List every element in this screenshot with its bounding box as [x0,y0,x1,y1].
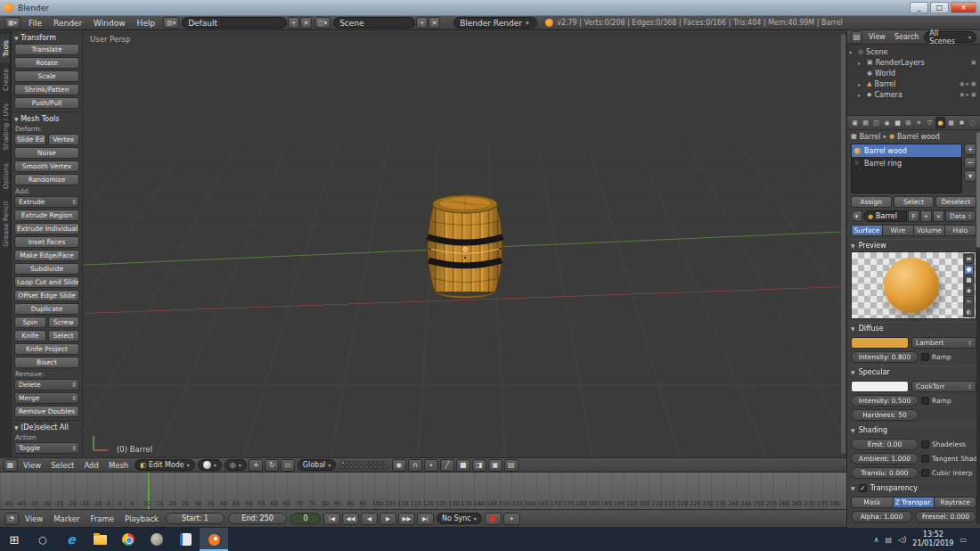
fake-user-button[interactable]: F [908,210,919,222]
outliner-row-renderlayers[interactable]: ▸ ▣ RenderLayers ▣ [858,57,978,68]
end-frame-field[interactable]: End: 250 [228,513,287,524]
expand-icon[interactable]: ▸ [858,92,864,98]
diffuse-ramp-checkbox[interactable]: Ramp [921,353,976,361]
barrel-model[interactable] [417,182,513,316]
material-type-button[interactable]: Volume [914,225,945,236]
preview-type-button[interactable]: ◐ [964,307,974,317]
timeline-region[interactable]: -45-40-35-30-25-20-15-10-505101520253035… [0,473,846,510]
shading-slider[interactable]: Emit: 0.00 [851,439,919,450]
properties-tab-icon[interactable]: ◉ [882,117,892,128]
next-keyframe-icon[interactable]: ▶▶ [398,513,415,525]
sync-dropdown[interactable]: No Sync▾ [437,513,482,524]
editor-type-icon[interactable]: ▦ [4,459,18,472]
tool-button[interactable]: Screw [48,317,80,328]
diffuse-color-swatch[interactable] [851,337,909,349]
material-slot[interactable]: Barrel ring [852,157,961,169]
alpha-slider[interactable]: Alpha: 1.000 [851,511,912,522]
shading-slider[interactable]: Ambient: 1.000 [851,453,919,465]
deselect-panel-header[interactable]: ▼ (De)select All [14,424,79,432]
render-engine-selector[interactable]: Blender Render▾ [453,17,537,29]
preview-type-button[interactable]: ● [964,265,974,275]
outliner-menu-search[interactable]: Search [891,33,922,41]
tool-button[interactable]: Knife Project [14,343,79,355]
slot-action-button[interactable]: Select [894,196,935,208]
remove-doubles-button[interactable]: Remove Doubles [14,406,79,417]
hardness-field[interactable]: Hardness: 50 [851,409,919,421]
start-frame-field[interactable]: Start: 1 [166,513,225,524]
timeline-editor-icon[interactable]: ◔ [4,513,19,525]
tool-button[interactable]: Rotate [14,57,79,69]
slot-specials-menu-icon[interactable]: ▾ [964,170,976,182]
timeline-menu-frame[interactable]: Frame [86,514,118,523]
tool-button[interactable]: Smooth Vertex [14,160,79,172]
viewport-scrollbar[interactable] [841,34,845,454]
slot-action-button[interactable]: Deselect [935,196,976,208]
layers-widget[interactable] [341,461,387,469]
tool-button[interactable]: Vertex [48,134,80,145]
menu-file[interactable]: File [23,19,47,28]
viewport-menu-mesh[interactable]: Mesh [104,461,133,470]
tool-button[interactable]: Bisect [14,357,79,368]
properties-tab-icon[interactable]: ✶ [914,117,924,128]
shading-slider[interactable]: Translu: 0.000 [851,467,919,479]
remove-scene-button[interactable]: ✕ [429,17,440,29]
action-toggle-dropdown[interactable]: Toggle [14,442,79,454]
render-opengl-icon[interactable]: ▣ [488,459,502,472]
properties-tab-icon[interactable]: ◌ [968,117,977,128]
outliner-editor-icon[interactable]: ▤ [851,31,863,44]
remove-layout-button[interactable]: ✕ [300,17,312,29]
action-center-icon[interactable]: ▭ [960,536,967,544]
shading-panel-header[interactable]: ▼Shading [851,424,976,436]
shading-checkbox[interactable]: Shadeless [921,440,976,448]
tool-button[interactable]: Shrink/Fatten [14,84,79,95]
editor-type-icon[interactable]: ▦▾ [4,17,20,29]
menu-help[interactable]: Help [132,19,161,28]
slot-action-button[interactable]: Assign [851,196,892,208]
add-slot-button[interactable]: + [964,144,976,155]
preview-type-button[interactable]: ▬ [964,254,974,264]
timeline-menu-view[interactable]: View [20,514,47,523]
tool-button[interactable]: Extrude Region [14,210,79,221]
tool-button[interactable]: Spin [14,317,46,328]
scene-selector[interactable]: Scene [333,17,415,29]
screen-layout-selector[interactable]: Default [182,17,287,29]
jump-to-end-icon[interactable]: ▶| [417,513,434,525]
proportional-edit-icon[interactable]: ◉ [392,459,406,472]
diffuse-panel-header[interactable]: ▼Diffuse [851,322,976,334]
render-toggle-icon[interactable]: ▣ [971,59,976,66]
tool-button[interactable]: Offset Edge Slide [14,290,79,301]
orientation-dropdown[interactable]: Global▾ [298,459,337,471]
menu-window[interactable]: Window [88,19,131,28]
tool-button[interactable]: Knife [14,330,46,341]
tool-button[interactable]: Inset Faces [14,236,79,248]
tool-button[interactable]: Push/Pull [14,97,79,109]
blender-taskbar-icon[interactable] [200,528,228,551]
minimize-button[interactable]: _ [910,2,928,13]
keying-set-icon[interactable]: ✦ [503,513,520,525]
shading-checkbox[interactable]: Cubic Interp [921,469,976,477]
maximize-button[interactable]: □ [930,2,949,13]
preview-type-button[interactable]: ■ [964,276,974,285]
unlink-material-button[interactable]: × [933,210,944,222]
properties-tab-icon[interactable]: ▤ [861,117,870,128]
browse-material-icon[interactable]: ▾ [851,210,862,222]
properties-tab-icon[interactable]: ▣ [850,117,860,128]
extrude-dropdown[interactable]: Extrude [14,196,79,208]
gimp-icon[interactable] [143,528,171,551]
play-icon[interactable]: ▶ [380,513,396,525]
network-icon[interactable]: ▤ [885,536,892,544]
preview-type-button[interactable]: ◆ [964,285,974,295]
previous-keyframe-icon[interactable]: ◀◀ [342,513,359,525]
pivot-point-dropdown[interactable]: ◎▾ [225,459,247,471]
viewport-menu-select[interactable]: Select [46,461,78,470]
visibility-eye-icon[interactable]: ◉ [960,80,965,87]
shading-checkbox[interactable]: Tangent Shad [921,455,976,463]
office-writer-icon[interactable] [171,528,200,551]
select-edge-icon[interactable]: ╱ [440,459,454,472]
toolshelf-tab[interactable]: Options [0,157,11,195]
viewport-menu-add[interactable]: Add [79,461,102,470]
manipulator-translate-icon[interactable]: + [249,459,263,472]
tray-expand-icon[interactable]: ∧ [874,536,879,544]
screen-layout-icon[interactable]: ▥▾ [163,17,179,29]
tool-button[interactable]: Translate [14,44,79,55]
